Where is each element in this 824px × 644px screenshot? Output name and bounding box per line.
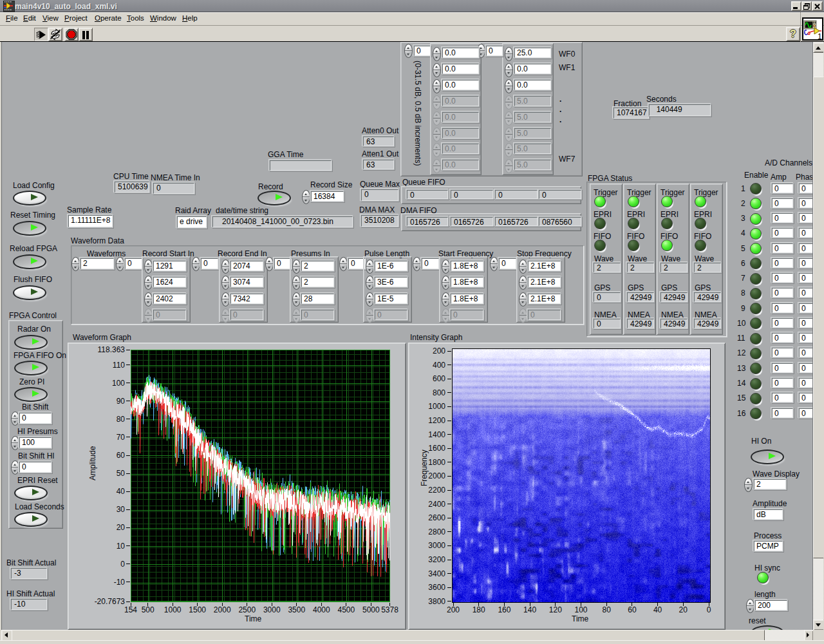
svg-text:1: 1 — [818, 32, 822, 41]
